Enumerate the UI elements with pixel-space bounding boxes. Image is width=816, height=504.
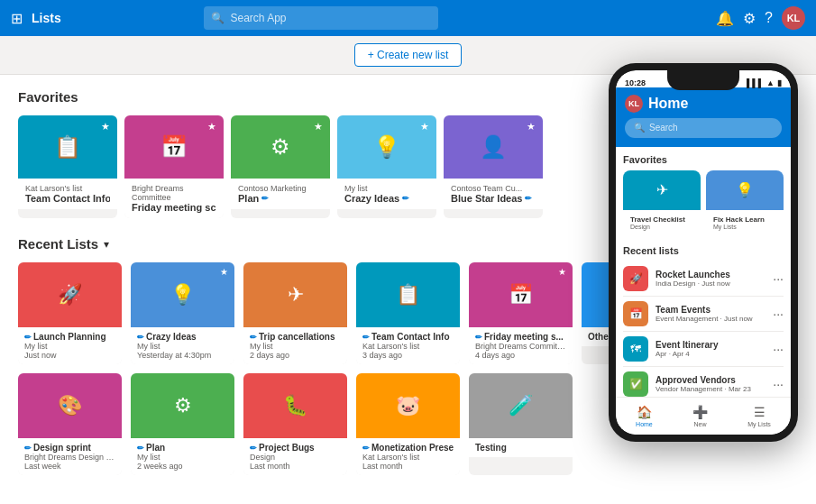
phone-fav-sub-2: My Lists (710, 224, 780, 233)
phone-recent-title: Recent lists (623, 245, 784, 256)
fav-star-3: ★ (314, 121, 323, 133)
fav-star-5: ★ (527, 121, 536, 133)
list-sub-3: My list (250, 342, 341, 351)
avatar[interactable]: KL (782, 6, 805, 30)
list-card-1[interactable]: 🚀 ✏Launch Planning My list Just now (18, 262, 122, 364)
list-card-10[interactable]: 🐛 ✏Project Bugs Design Last month (243, 373, 347, 475)
phone-list-name-2: Team Events (656, 305, 766, 315)
fav-star-4: ★ (420, 121, 429, 133)
list-icon-8: 🎨 (58, 394, 82, 417)
phone-avatar: KL (625, 95, 643, 113)
list-sub-5: Bright Dreams Committee (475, 342, 566, 351)
list-icon-11: 🐷 (396, 394, 420, 417)
phone-fav-row: ✈ Travel Checklist Design 💡 Fix Hack Lea… (623, 170, 784, 236)
notification-icon[interactable]: 🔔 (716, 10, 734, 27)
phone-screen: 10:28 ▌▌▌ ▲ ▮ KL Home 🔍 Search (616, 70, 791, 435)
phone-tab-mylists-label: My Lists (747, 421, 771, 427)
phone-tab-mylists[interactable]: ☰ My Lists (747, 405, 771, 427)
phone-list-info-3: Event Itinerary Apr · Apr 4 (656, 340, 766, 358)
grid-icon[interactable]: ⊞ (11, 10, 23, 27)
phone-fav-card-2[interactable]: 💡 Fix Hack Learn My Lists (706, 170, 784, 236)
list-name-11: ✏Monetization Prese... (362, 443, 454, 453)
app-title: Lists (32, 11, 61, 25)
list-icon-5: 📅 (509, 283, 533, 307)
fav-owner-3: Contoso Marketing (238, 184, 323, 193)
phone-tab-home[interactable]: 🏠 Home (636, 405, 653, 427)
settings-icon[interactable]: ⚙ (743, 10, 756, 27)
signal-icon: ▌▌▌ (747, 78, 764, 87)
list-icon-12: 🧪 (509, 394, 533, 417)
fav-card-5[interactable]: 👤 ★ Contoso Team Cu... Blue Star Ideas ✏ (444, 115, 543, 218)
list-name-10: ✏Project Bugs (250, 443, 341, 453)
fav-name-1: Team Contact Info ✏ (25, 193, 110, 204)
search-icon: 🔍 (211, 12, 225, 24)
list-card-11[interactable]: 🐷 ✏Monetization Prese... Kat Larson's li… (356, 373, 460, 475)
list-name-12: Testing (475, 443, 566, 453)
fav-name-2: Friday meeting schedule ✏ (132, 202, 216, 213)
phone-list-icon-2: 📅 (623, 301, 648, 326)
list-card-5[interactable]: 📅 ★ ✏Friday meeting s... Bright Dreams C… (469, 262, 573, 364)
search-bar[interactable]: 🔍 Search App (204, 6, 438, 30)
list-name-9: ✏Plan (137, 443, 228, 453)
fav-name-3: Plan ✏ (238, 193, 323, 204)
phone-mockup: 10:28 ▌▌▌ ▲ ▮ KL Home 🔍 Search (609, 63, 798, 442)
phone-bottom-bar: 🏠 Home ➕ New ☰ My Lists (616, 397, 791, 435)
top-bar: ⊞ Lists 🔍 Search App 🔔 ⚙ ? KL (0, 0, 816, 36)
home-icon: 🏠 (637, 405, 652, 419)
list-sub-11: Kat Larson's list (362, 453, 454, 462)
phone-list-info-1: Rocket Launches India Design · Just now (656, 270, 766, 288)
list-card-12[interactable]: 🧪 Testing (469, 373, 573, 475)
phone-list-more-3[interactable]: ··· (773, 342, 784, 356)
list-card-4[interactable]: 📋 ✏Team Contact Info Kat Larson's list 3… (356, 262, 460, 364)
list-card-8[interactable]: 🎨 ✏Design sprint Bright Dreams Design Te… (18, 373, 122, 475)
phone-list-item-2[interactable]: 📅 Team Events Event Management · Just no… (623, 297, 784, 332)
phone-fav-name-2: Fix Hack Learn (710, 213, 780, 224)
list-time-4: 3 days ago (362, 351, 454, 360)
list-time-1: Just now (24, 351, 115, 360)
help-icon[interactable]: ? (765, 10, 773, 26)
list-sub-2: My list (137, 342, 228, 351)
phone-fav-icon-1: ✈ (656, 181, 668, 198)
fav-card-1[interactable]: 📋 ★ Kat Larson's list Team Contact Info … (18, 115, 117, 218)
list-time-3: 2 days ago (250, 351, 341, 360)
chevron-down-icon[interactable]: ▾ (104, 238, 109, 251)
list-icon-10: 🐛 (283, 394, 307, 417)
phone-tab-new[interactable]: ➕ New (692, 405, 708, 427)
phone-search-bar[interactable]: 🔍 Search (625, 118, 782, 138)
list-star-5: ★ (558, 267, 566, 277)
recent-section-title: Recent Lists (18, 236, 98, 252)
fav-icon-2: 📅 (160, 134, 188, 160)
search-placeholder: Search App (230, 12, 286, 24)
phone-list-more-2[interactable]: ··· (773, 307, 784, 321)
fav-card-3[interactable]: ⚙ ★ Contoso Marketing Plan ✏ (231, 115, 330, 218)
phone-list-sub-1: India Design · Just now (656, 279, 766, 288)
phone-list-icon-3: 🗺 (623, 336, 648, 362)
fav-card-4[interactable]: 💡 ★ My list Crazy Ideas ✏ (337, 115, 436, 218)
list-time-9: 2 weeks ago (137, 462, 228, 471)
phone-fav-name-1: Travel Checklist (627, 213, 697, 224)
phone-list-more-4[interactable]: ··· (773, 377, 784, 391)
phone-fav-card-1[interactable]: ✈ Travel Checklist Design (623, 170, 701, 236)
create-new-list-button[interactable]: + Create new list (354, 43, 463, 67)
mylists-icon: ☰ (754, 405, 766, 419)
list-name-3: ✏Trip cancellations (250, 332, 341, 342)
fav-card-2[interactable]: 📅 ★ Bright Dreams Committee Friday meeti… (124, 115, 224, 218)
list-card-2[interactable]: 💡 ★ ✏Crazy Ideas My list Yesterday at 4:… (131, 262, 234, 364)
list-card-9[interactable]: ⚙ ✏Plan My list 2 weeks ago (131, 373, 234, 475)
list-sub-1: My list (24, 342, 115, 351)
list-icon-2: 💡 (170, 283, 195, 307)
fav-owner-5: Contoso Team Cu... (451, 184, 536, 193)
phone-notch (667, 70, 739, 90)
list-name-8: ✏Design sprint (24, 443, 115, 453)
phone-list-item-1[interactable]: 🚀 Rocket Launches India Design · Just no… (623, 261, 784, 297)
fav-owner-2: Bright Dreams Committee (132, 184, 216, 202)
phone-list-more-1[interactable]: ··· (773, 271, 784, 286)
list-card-3[interactable]: ✈ ✏Trip cancellations My list 2 days ago (243, 262, 347, 364)
fav-icon-4: 💡 (373, 134, 400, 160)
list-icon-4: 📋 (396, 283, 420, 307)
phone-list-icon-4: ✅ (623, 371, 648, 397)
fav-name-4: Crazy Ideas ✏ (344, 193, 429, 204)
list-name-5: ✏Friday meeting s... (475, 332, 566, 342)
phone-list-item-3[interactable]: 🗺 Event Itinerary Apr · Apr 4 ··· (623, 332, 784, 367)
phone-search-placeholder: Search (649, 123, 678, 133)
